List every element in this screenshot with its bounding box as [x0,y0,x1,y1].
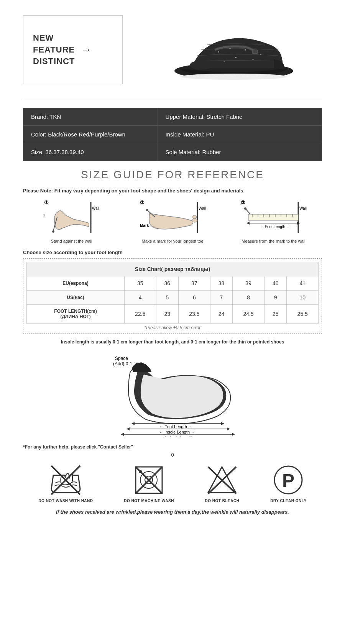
choose-size-text: Choose size according to your foot lengt… [23,250,322,255]
care-no-bleach: DO NOT BLEACH [205,464,240,503]
step2-illustration: ② Wall Mark [124,198,221,237]
svg-point-25 [146,209,148,211]
step1-illustration: ① Wall 3 [23,198,120,237]
feature-line3: DISTINCT [33,56,75,66]
step1-caption: Stand against the wall [51,239,92,243]
size-chart-row: EU(европа)35363738394041 [27,276,319,291]
svg-text:← Foot Length →: ← Foot Length → [260,225,290,229]
step2-item: ② Wall Mark Make a mark fo [124,198,221,243]
svg-rect-8 [252,50,258,54]
size-chart-cell: 25 [264,305,287,324]
size-chart-cell: 4 [124,291,156,305]
step2-caption: Make a mark for your longest toe [142,239,204,243]
care-section: *For any further help, please click "Con… [23,444,322,515]
svg-text:Space: Space [115,356,128,361]
feature-line2: FEATURE [33,45,75,54]
svg-text:Wall: Wall [92,206,99,210]
step3-caption: Measure from the mark to the wall [242,239,305,243]
svg-rect-29 [248,214,298,220]
size-chart-cell: 5 [156,291,179,305]
svg-marker-47 [131,422,135,425]
section-divider [23,100,322,100]
svg-point-10 [180,74,288,80]
size-chart-row: US(нас)45678910 [27,291,319,305]
no-bleach-icon [206,464,238,496]
size-cell: Size: 36.37.38.39.40 [23,143,158,161]
feature-line1: NEW [33,33,54,43]
chart-title: Size Chart( размер таблицы) [27,262,319,276]
color-cell: Color: Black/Rose Red/Purple/Brown [23,126,158,143]
zero-label: 0 [23,452,322,458]
size-chart-cell: 25.5 [287,305,319,324]
size-chart-cell: 35 [124,276,156,291]
error-note: *Please allow ±0.5 cm error [26,325,319,330]
svg-line-42 [246,209,250,214]
size-chart-cell: 6 [179,291,210,305]
size-guide-title: SIZE GUIDE FOR REFERENCE [23,169,322,181]
size-chart-row-label: FOOT LENGTH(cm) (ДЛИНА НОГ) [27,305,125,324]
bottom-note: If the shoes received are wrinkled,pleas… [23,509,322,515]
svg-marker-39 [246,222,250,225]
care-no-machine-wash: DO NOT MACHINE WASH [124,464,174,503]
step1-item: ① Wall 3 Stand against the wall [23,198,120,243]
svg-text:P: P [282,470,294,491]
svg-point-1 [218,51,219,53]
svg-point-43 [244,207,246,210]
size-chart-row: FOOT LENGTH(cm) (ДЛИНА НОГ)22.52323.5242… [27,305,319,324]
no-bleach-label: DO NOT BLEACH [205,499,240,503]
svg-marker-51 [127,427,130,430]
svg-text:3: 3 [43,214,45,218]
size-chart-cell: 8 [233,291,264,305]
svg-point-6 [224,61,225,62]
care-icons: DO NOT WASH WITH HAND DO [23,464,322,503]
brand-cell: Brand: TKN [23,108,158,126]
inside-cell: Inside Material: PU [158,126,322,143]
specs-table: Brand: TKN Upper Material: Stretch Fabri… [23,108,322,161]
svg-text:Mark: Mark [140,223,149,228]
svg-text:②: ② [140,200,145,205]
size-chart-wrapper: Size Chart( размер таблицы) EU(европа)35… [23,258,322,334]
shoe-image [169,12,299,88]
care-no-hand-wash: DO NOT WASH WITH HAND [38,464,93,503]
size-chart-cell: 41 [287,276,319,291]
svg-point-20 [192,219,197,222]
measure-illustrations: ① Wall 3 Stand against the wall [23,198,322,243]
size-guide-section: SIZE GUIDE FOR REFERENCE Please Note: Fi… [23,169,322,437]
specs-section: Brand: TKN Upper Material: Stretch Fabri… [23,108,322,161]
feature-box: NEW FEATURE DISTINCT → [23,15,123,84]
svg-marker-55 [121,433,124,436]
size-chart-cell: 9 [264,291,287,305]
specs-row-2: Color: Black/Rose Red/Purple/Brown Insid… [23,126,322,143]
svg-marker-52 [227,427,230,430]
svg-point-7 [253,59,254,60]
step3-illustration: ③ Wall [225,198,322,237]
dry-clean-icon: P [272,464,305,496]
upper-cell: Upper Material: Stretch Fabric [158,108,322,126]
svg-point-4 [260,54,261,55]
specs-row-3: Size: 36.37.38.39.40 Sole Material: Rubb… [23,143,322,161]
svg-text:①: ① [44,200,49,205]
size-chart-row-label: EU(европа) [27,276,125,291]
svg-point-15 [52,230,54,233]
no-hand-wash-icon [49,464,82,496]
feature-text: NEW FEATURE DISTINCT [33,32,75,67]
no-machine-wash-label: DO NOT MACHINE WASH [124,499,174,503]
svg-text:← Insole Length →: ← Insole Length → [159,430,195,434]
size-chart-cell: 40 [264,276,287,291]
size-chart-cell: 24.5 [233,305,264,324]
size-chart-cell: 37 [179,276,210,291]
shoe-image-area [146,12,322,88]
size-chart-cell: 22.5 [124,305,156,324]
no-machine-wash-icon [133,464,165,496]
contact-note: *For any further help, please click "Con… [23,444,322,450]
svg-text:← Outsole Length →: ← Outsole Length → [159,435,199,437]
size-chart-row-label: US(нас) [27,291,125,305]
svg-text:③: ③ [241,200,245,205]
step3-item: ③ Wall [225,198,322,243]
size-chart-cell: 36 [156,276,179,291]
svg-text:← Foot Length →: ← Foot Length → [159,424,192,429]
foot-svg: Space (Add( 0-1 cm)) ← Foot Length → ← I… [92,348,253,437]
top-section: NEW FEATURE DISTINCT → [0,0,345,96]
svg-point-3 [245,49,246,51]
svg-marker-48 [221,422,224,425]
